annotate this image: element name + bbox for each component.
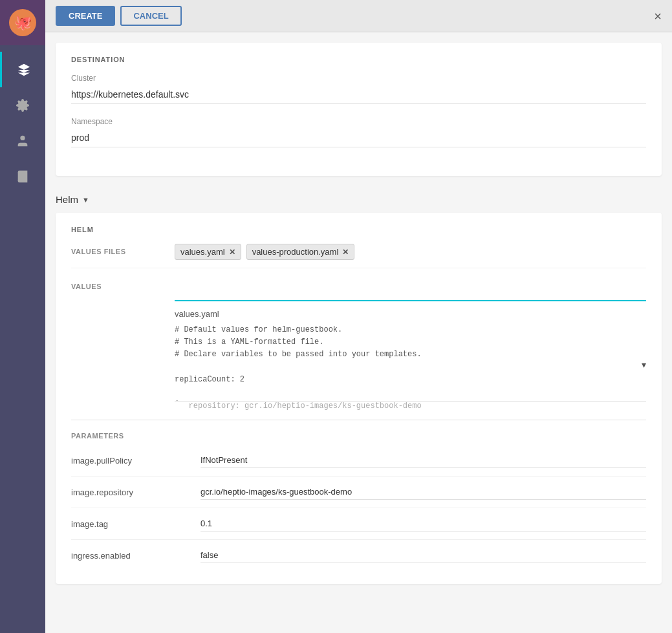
main-area: Applications + NEW APP ↻ CREATE CANCEL ×…: [45, 0, 672, 633]
svg-point-1: [20, 135, 25, 140]
cluster-field-group: Cluster https://kubernetes.default.svc: [71, 74, 646, 104]
values-expand-icon[interactable]: ▾: [642, 359, 646, 370]
values-section: VALUES: [71, 279, 646, 304]
gear-icon: [16, 98, 30, 113]
param-value-tag: 0.1: [201, 516, 646, 531]
param-row-ingress: ingress.enabled false: [71, 540, 646, 571]
values-file-tag-2-close[interactable]: ✕: [342, 248, 349, 257]
param-row-tag: image.tag 0.1: [71, 508, 646, 540]
values-file-tag-2[interactable]: values-production.yaml ✕: [246, 244, 355, 260]
book-icon: [16, 169, 30, 184]
sidebar-logo: 🐙: [0, 0, 45, 45]
values-file-tag-1[interactable]: values.yaml ✕: [175, 244, 241, 260]
sidebar: 🐙: [0, 0, 45, 633]
dialog-header: CREATE CANCEL ×: [45, 0, 672, 32]
parameters-label: PARAMETERS: [71, 428, 646, 440]
values-file-tag-2-name: values-production.yaml: [252, 247, 339, 257]
param-value-repository: gcr.io/heptio-images/ks-guestbook-demo: [201, 484, 646, 500]
values-file-tag-1-name: values.yaml: [180, 247, 225, 257]
sidebar-nav: [0, 45, 45, 194]
parameters-section: PARAMETERS image.pullPolicy IfNotPresent…: [71, 428, 646, 571]
cluster-label: Cluster: [71, 74, 646, 83]
values-files-content: values.yaml ✕ values-production.yaml ✕: [175, 244, 646, 260]
namespace-label: Namespace: [71, 117, 646, 126]
param-row-repository: image.repository gcr.io/heptio-images/ks…: [71, 477, 646, 508]
cancel-button[interactable]: CANCEL: [120, 6, 181, 26]
values-textarea[interactable]: [175, 279, 646, 301]
create-button[interactable]: CREATE: [56, 6, 115, 26]
param-name-pull-policy: image.pullPolicy: [71, 456, 201, 466]
dialog-overlay: CREATE CANCEL × DESTINATION Cluster http…: [45, 0, 672, 633]
helm-card: HELM VALUES FILES values.yaml ✕ values-: [56, 213, 662, 584]
values-file-tag-1-close[interactable]: ✕: [229, 248, 235, 257]
dialog-body: DESTINATION Cluster https://kubernetes.d…: [45, 32, 672, 633]
helm-chevron-icon: ▼: [82, 196, 89, 204]
layers-icon: [17, 63, 31, 77]
person-icon: [16, 134, 30, 148]
helm-header-title: Helm: [56, 194, 78, 205]
namespace-field-group: Namespace prod: [71, 117, 646, 147]
values-files-label: VALUES FILES: [71, 244, 175, 255]
cluster-value: https://kubernetes.default.svc: [71, 85, 646, 104]
values-files-row: VALUES FILES values.yaml ✕ values-produc…: [71, 244, 646, 268]
namespace-value: prod: [71, 129, 646, 147]
sidebar-item-user[interactable]: [0, 123, 45, 158]
param-name-tag: image.tag: [71, 519, 201, 529]
param-name-ingress: ingress.enabled: [71, 551, 201, 561]
octopus-icon: 🐙: [9, 9, 36, 36]
destination-section: DESTINATION Cluster https://kubernetes.d…: [56, 43, 662, 176]
helm-card-title: HELM: [71, 226, 646, 233]
sidebar-item-apps[interactable]: [0, 52, 45, 87]
values-file-preview: values.yaml # Default values for helm-gu…: [71, 309, 646, 420]
param-row-pull-policy: image.pullPolicy IfNotPresent: [71, 445, 646, 477]
values-file-content: # Default values for helm-guestbook. # T…: [175, 324, 646, 402]
helm-section: Helm ▼ HELM VALUES FILES values.yaml ✕: [56, 186, 662, 584]
param-value-ingress: false: [201, 548, 646, 563]
dialog: CREATE CANCEL × DESTINATION Cluster http…: [45, 0, 672, 633]
sidebar-item-docs[interactable]: [0, 158, 45, 194]
param-name-repository: image.repository: [71, 488, 201, 497]
close-button[interactable]: ×: [654, 10, 662, 23]
helm-header[interactable]: Helm ▼: [56, 186, 662, 213]
values-file-partial: repository: gcr.io/heptio-images/ks-gues…: [175, 402, 646, 412]
values-file-preview-content: values.yaml # Default values for helm-gu…: [175, 309, 646, 412]
param-value-pull-policy: IfNotPresent: [201, 453, 646, 468]
values-file-name: values.yaml: [175, 309, 646, 319]
values-label: VALUES: [71, 279, 175, 290]
sidebar-item-settings[interactable]: [0, 87, 45, 123]
destination-title: DESTINATION: [71, 56, 646, 63]
values-textarea-wrapper: [175, 279, 646, 304]
